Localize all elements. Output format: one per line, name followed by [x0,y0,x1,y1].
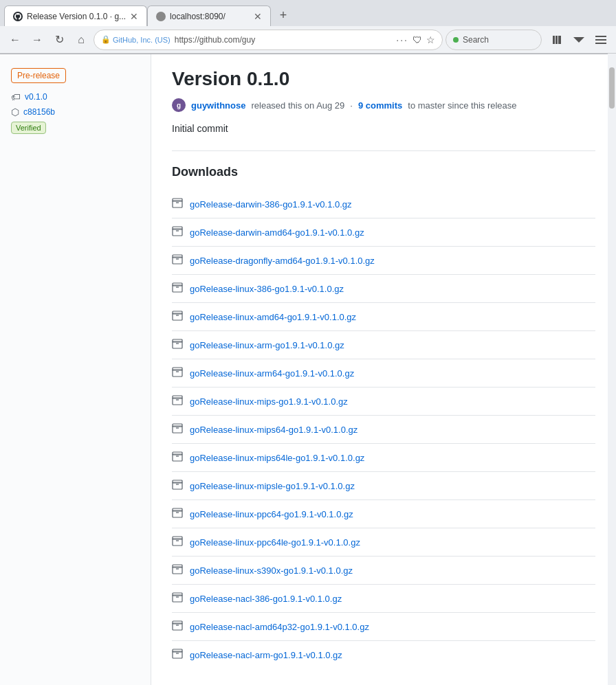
tag-item: 🏷 v0.1.0 [11,91,140,102]
download-item: goRelease-linux-mips-go1.9.1-v0.1.0.gz [172,388,595,416]
tab-active[interactable]: Release Version 0.1.0 · g... ✕ [4,5,147,26]
archive-icon [172,254,183,267]
tab-localhost[interactable]: localhost:8090/ ✕ [147,5,271,26]
download-link[interactable]: goRelease-linux-mipsle-go1.9.1-v0.1.0.gz [190,481,355,491]
search-label[interactable]: Search [463,35,489,45]
browser-extra-buttons [547,30,610,49]
security-indicator: 🔒 GitHub, Inc. (US) [101,35,170,44]
commits-link[interactable]: 9 commits [358,100,402,111]
download-link[interactable]: goRelease-nacl-386-go1.9.1-v0.1.0.gz [190,594,342,604]
download-link[interactable]: goRelease-linux-arm64-go1.9.1-v0.1.0.gz [190,368,354,379]
download-link[interactable]: goRelease-dragonfly-amd64-go1.9.1-v0.1.0… [190,256,375,266]
download-link[interactable]: goRelease-linux-s390x-go1.9.1-v0.1.0.gz [190,565,353,576]
released-text: released this on Aug 29 [251,100,344,111]
download-link[interactable]: goRelease-darwin-386-go1.9.1-v0.1.0.gz [190,199,352,210]
archive-icon [172,648,183,662]
download-item: goRelease-linux-386-go1.9.1-v0.1.0.gz [172,275,595,303]
page-wrapper: Pre-release 🏷 v0.1.0 ⬡ c88156b Verified … [0,54,616,685]
home-button[interactable]: ⌂ [72,30,91,49]
download-link[interactable]: goRelease-linux-386-go1.9.1-v0.1.0.gz [190,284,344,294]
download-item: goRelease-linux-mips64le-go1.9.1-v0.1.0.… [172,444,595,472]
svg-rect-0 [553,36,555,44]
download-link[interactable]: goRelease-nacl-arm-go1.9.1-v0.1.0.gz [190,650,342,660]
vertical-scrollbar[interactable] [608,54,616,685]
svg-rect-29 [173,396,182,398]
download-item: goRelease-linux-s390x-go1.9.1-v0.1.0.gz [172,557,595,585]
download-item: goRelease-linux-ppc64-go1.9.1-v0.1.0.gz [172,500,595,528]
more-options-button[interactable]: ··· [396,34,408,45]
download-link[interactable]: goRelease-darwin-amd64-go1.9.1-v0.1.0.gz [190,227,364,238]
archive-icon [172,535,183,549]
downloads-list: goRelease-darwin-386-go1.9.1-v0.1.0.gzgo… [172,190,595,669]
tab-close-localhost[interactable]: ✕ [254,12,262,21]
bookmark-icon[interactable]: ☆ [426,34,435,45]
tab-title-active: Release Version 0.1.0 · g... [27,12,126,21]
download-item: goRelease-linux-arm-go1.9.1-v0.1.0.gz [172,331,595,359]
release-title: Version 0.1.0 [172,68,595,90]
svg-rect-6 [595,43,606,44]
tag-link[interactable]: v0.1.0 [25,92,47,102]
download-item: goRelease-nacl-386-go1.9.1-v0.1.0.gz [172,585,595,613]
tab-close-active[interactable]: ✕ [130,12,138,21]
back-button[interactable]: ← [6,30,25,49]
security-label: GitHub, Inc. (US) [113,36,170,44]
download-item: goRelease-linux-amd64-go1.9.1-v0.1.0.gz [172,303,595,331]
download-link[interactable]: goRelease-linux-amd64-go1.9.1-v0.1.0.gz [190,312,356,322]
commit-link[interactable]: c88156b [23,107,55,117]
archive-icon [172,423,183,436]
archive-icon [172,282,183,295]
section-divider [172,150,595,151]
svg-rect-56 [173,649,182,652]
tab-bar: Release Version 0.1.0 · g... ✕ localhost… [0,0,616,26]
browser-chrome: Release Version 0.1.0 · g... ✕ localhost… [0,0,616,54]
download-item: goRelease-linux-mipsle-go1.9.1-v0.1.0.gz [172,472,595,500]
pre-release-badge[interactable]: Pre-release [11,68,66,83]
author-link[interactable]: guywithnose [191,100,245,111]
download-link[interactable]: goRelease-linux-ppc64le-go1.9.1-v0.1.0.g… [190,537,360,548]
download-link[interactable]: goRelease-linux-mips-go1.9.1-v0.1.0.gz [190,396,348,407]
archive-icon [172,394,183,408]
archive-icon [172,479,183,493]
download-item: goRelease-linux-arm64-go1.9.1-v0.1.0.gz [172,359,595,388]
localhost-favicon [156,12,166,21]
svg-rect-32 [173,424,182,427]
reload-button[interactable]: ↻ [50,30,69,49]
menu-icon[interactable] [591,30,610,49]
download-link[interactable]: goRelease-linux-arm-go1.9.1-v0.1.0.gz [190,340,344,350]
svg-rect-26 [173,368,182,370]
svg-rect-47 [173,565,182,568]
svg-rect-38 [173,480,182,483]
address-bar[interactable]: 🔒 GitHub, Inc. (US) https://github.com/g… [94,30,443,50]
main-content: Version 0.1.0 g guywithnose released thi… [151,54,616,685]
archive-icon [172,620,183,633]
commit-icon: ⬡ [11,106,19,117]
svg-rect-41 [173,508,182,511]
more-icon[interactable] [569,30,588,49]
download-item: goRelease-darwin-386-go1.9.1-v0.1.0.gz [172,190,595,218]
verified-item: Verified [11,122,140,134]
url-text[interactable]: https://github.com/guy [175,35,393,45]
v-scrollbar-thumb[interactable] [609,67,615,109]
new-tab-button[interactable]: + [274,5,293,25]
svg-rect-53 [173,621,182,624]
search-box[interactable]: Search [446,30,542,50]
download-link[interactable]: goRelease-linux-ppc64-go1.9.1-v0.1.0.gz [190,509,353,519]
archive-icon [172,310,183,324]
svg-rect-1 [556,36,558,44]
forward-button[interactable]: → [28,30,47,49]
library-icon[interactable] [547,30,566,49]
download-link[interactable]: goRelease-nacl-amd64p32-go1.9.1-v0.1.0.g… [190,622,369,632]
svg-rect-35 [173,452,182,455]
page-scroll-area[interactable]: Pre-release 🏷 v0.1.0 ⬡ c88156b Verified … [0,54,616,685]
svg-rect-4 [595,36,606,37]
archive-icon [172,507,183,521]
svg-rect-5 [595,39,606,41]
archive-icon [172,451,183,464]
svg-rect-2 [558,36,561,44]
avatar: g [172,98,186,112]
verified-badge[interactable]: Verified [11,122,46,134]
download-link[interactable]: goRelease-linux-mips64le-go1.9.1-v0.1.0.… [190,453,364,463]
download-item: goRelease-linux-ppc64le-go1.9.1-v0.1.0.g… [172,528,595,557]
initial-commit-text: Initial commit [172,123,595,134]
download-link[interactable]: goRelease-linux-mips64-go1.9.1-v0.1.0.gz [190,425,358,435]
